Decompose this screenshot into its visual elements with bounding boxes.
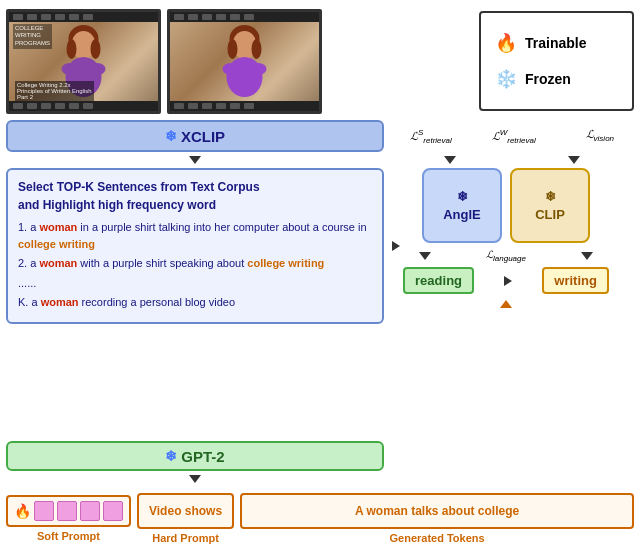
video1-line2: Principles of Written English [17, 88, 92, 94]
loss-vision: ℒvision [586, 128, 614, 143]
gpt2-section: ❄ GPT-2 [6, 441, 634, 471]
corpus-area: Select TOP-K Sentences from Text Corpusa… [6, 168, 384, 324]
svg-point-14 [222, 63, 238, 75]
corpus-item-k: K. a woman recording a personal blog vid… [18, 294, 372, 311]
model-arrows-down [390, 156, 634, 164]
svg-point-15 [250, 63, 266, 75]
college-1: college [18, 238, 56, 250]
video-frame-1: COLLEGE WRITING PROGRAMS [6, 9, 161, 114]
reading-to-writing-arrow [504, 276, 512, 286]
trainable-label: Trainable [525, 35, 586, 51]
soft-token-2 [57, 501, 77, 521]
writing-to-gpt2 [392, 300, 620, 308]
soft-tokens: 🔥 [6, 495, 131, 527]
soft-flame: 🔥 [14, 503, 31, 519]
clip-snowflake: ❄ [545, 189, 556, 204]
gpt2-arrow-down [6, 475, 384, 483]
clip-box: ❄ CLIP [510, 168, 590, 243]
main-container: COLLEGE WRITING PROGRAMS [0, 0, 640, 555]
video1-line3: Part 2 [17, 94, 92, 100]
models-row: ❄ AnglE ❄ CLIP [392, 168, 620, 243]
college-2: college [247, 257, 285, 269]
model-bottom-arrows: ℒlanguage [392, 249, 620, 263]
woman-1: woman [39, 221, 77, 233]
svg-point-10 [227, 39, 237, 59]
arrow-up-orange [500, 300, 512, 308]
corpus-sep: ...... [18, 275, 372, 292]
hard-prompt-text: Video shows [149, 504, 222, 518]
xclip-snowflake: ❄ [165, 128, 177, 144]
svg-point-13 [226, 57, 262, 97]
person-svg-2 [217, 25, 272, 97]
hard-prompt-box: Video shows [137, 493, 234, 529]
xclip-label: XCLIP [181, 128, 225, 145]
legend-frozen: ❄️ Frozen [495, 68, 618, 90]
video-text-1: COLLEGE WRITING PROGRAMS [13, 24, 52, 49]
xclip-section: ❄ XCLIP ℒSretrieval ℒWretrieval ℒvision [6, 120, 634, 152]
generated-label: Generated Tokens [389, 532, 484, 544]
rw-section: reading writing [392, 267, 620, 294]
reading-box: reading [403, 267, 474, 294]
soft-token-4 [103, 501, 123, 521]
woman-2: woman [39, 257, 77, 269]
flame-icon: 🔥 [495, 32, 517, 54]
l-language-label: ℒlanguage [486, 249, 526, 263]
soft-token-3 [80, 501, 100, 521]
reading-label: reading [415, 273, 462, 288]
writing-2: writing [285, 257, 324, 269]
svg-point-7 [89, 63, 105, 75]
soft-prompt-label: Soft Prompt [37, 530, 100, 542]
corpus-item-2: 2. a woman with a purple shirt speaking … [18, 255, 372, 272]
legend-box: 🔥 Trainable ❄️ Frozen [479, 11, 634, 111]
video-container: COLLEGE WRITING PROGRAMS [6, 9, 473, 114]
clip-arrow-down [581, 252, 593, 260]
snowflake-icon: ❄️ [495, 68, 517, 90]
xclip-arrow-down [6, 156, 384, 164]
hard-prompt-label: Hard Prompt [152, 532, 219, 544]
loss-retrieval-w: ℒWretrieval [492, 128, 536, 145]
loss-retrieval-area: ℒSretrieval ℒWretrieval ℒvision [390, 128, 634, 145]
hard-prompt-area: Video shows Hard Prompt [137, 493, 234, 544]
svg-point-2 [66, 39, 76, 59]
loss-retrieval-s: ℒSretrieval [410, 128, 452, 145]
svg-point-11 [251, 39, 261, 59]
corpus-title: Select TOP-K Sentences from Text Corpusa… [18, 178, 372, 214]
writing-box: writing [542, 267, 609, 294]
svg-point-6 [61, 63, 77, 75]
writing-1: writing [56, 238, 95, 250]
top-row: COLLEGE WRITING PROGRAMS [6, 6, 634, 116]
corpus-box: Select TOP-K Sentences from Text Corpusa… [6, 168, 384, 324]
angle-box: ❄ AnglE [422, 168, 502, 243]
frozen-label: Frozen [525, 71, 571, 87]
xclip-box: ❄ XCLIP [6, 120, 384, 152]
soft-prompt-area: 🔥 Soft Prompt [6, 495, 131, 542]
right-panel: ❄ AnglE ❄ CLIP ℒlanguage reading [392, 168, 620, 308]
woman-k: woman [41, 296, 79, 308]
arrow-row-1 [6, 156, 634, 164]
video-frame-2 [167, 9, 322, 114]
angle-arrow-down [419, 252, 431, 260]
gpt2-arrow-row [6, 475, 634, 483]
gpt2-snowflake: ❄ [165, 448, 177, 464]
middle-row: Select TOP-K Sentences from Text Corpusa… [6, 168, 634, 437]
angle-snowflake: ❄ [457, 189, 468, 204]
soft-token-1 [34, 501, 54, 521]
gpt2-label: GPT-2 [181, 448, 224, 465]
writing-label: writing [554, 273, 597, 288]
generated-text: A woman talks about college [355, 504, 519, 518]
angle-label: AnglE [443, 207, 481, 222]
corpus-item-1: 1. a woman in a purple shirt talking int… [18, 219, 372, 252]
legend-trainable: 🔥 Trainable [495, 32, 618, 54]
gpt2-box: ❄ GPT-2 [6, 441, 384, 471]
gpt2-box-area: ❄ GPT-2 [6, 441, 384, 471]
generated-box: A woman talks about college [240, 493, 634, 529]
svg-point-3 [90, 39, 100, 59]
generated-area: A woman talks about college Generated To… [240, 493, 634, 544]
prompt-row: 🔥 Soft Prompt Video shows Hard Prompt A … [6, 487, 634, 549]
clip-label: CLIP [535, 207, 565, 222]
